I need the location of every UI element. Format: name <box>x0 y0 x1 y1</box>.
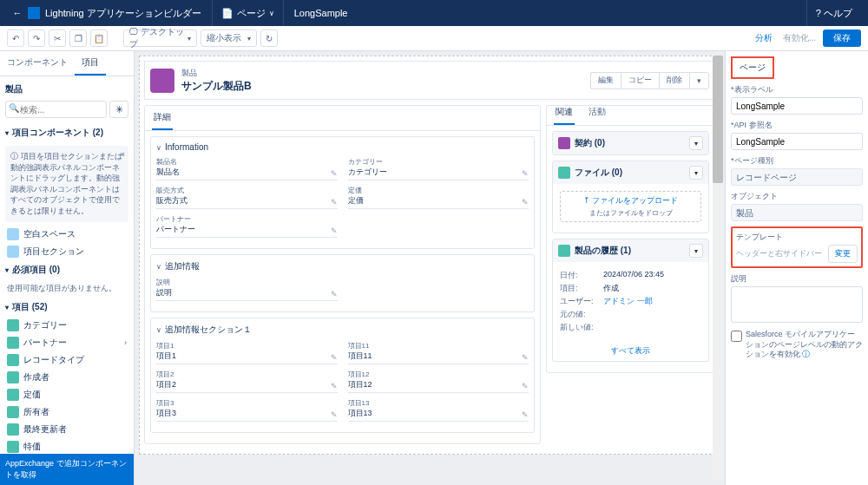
field[interactable]: 項目12項目12✎ <box>348 370 529 393</box>
info-icon[interactable]: ⓘ <box>802 350 810 358</box>
field-item[interactable]: パートナー› <box>5 334 128 351</box>
edit-icon[interactable]: ✎ <box>522 353 529 362</box>
field-icon <box>7 389 19 401</box>
field-section[interactable]: 追加情報説明説明✎ <box>150 254 535 312</box>
tab-detail[interactable]: 詳細 <box>152 106 173 130</box>
description-textarea[interactable] <box>731 286 863 323</box>
app-icon <box>28 7 40 19</box>
property-input[interactable] <box>731 97 863 115</box>
scrollbar[interactable] <box>713 56 723 481</box>
edit-icon[interactable]: ✎ <box>331 169 338 178</box>
help-link[interactable]: ? ヘルプ <box>806 0 861 26</box>
tab-activity[interactable]: 活動 <box>587 101 608 125</box>
field-item[interactable]: 作成者 <box>5 369 128 386</box>
field-section[interactable]: Information製品名製品名✎カテゴリーカテゴリー✎販売方式販売方式✎定価… <box>150 136 535 249</box>
section-required[interactable]: 必須項目 (0) <box>5 260 128 279</box>
back-button[interactable]: ← <box>7 8 28 18</box>
property-value: レコードページ <box>731 168 863 186</box>
field[interactable]: 項目2項目2✎ <box>156 370 338 393</box>
activate-button[interactable]: 有効化... <box>779 29 819 47</box>
edit-icon[interactable]: ✎ <box>522 198 529 206</box>
field-item[interactable]: 特価 <box>5 438 128 454</box>
field[interactable]: パートナーパートナー✎ <box>156 214 338 238</box>
canvas[interactable]: 製品 サンプル製品B 編集 コピー 削除 ▾ 詳細 Information <box>135 51 725 485</box>
edit-icon[interactable]: ✎ <box>522 382 529 390</box>
edit-icon[interactable]: ✎ <box>331 290 338 298</box>
paste-button[interactable]: 📋 <box>90 29 108 47</box>
page-name: LongSample <box>294 8 348 18</box>
search-input[interactable] <box>5 101 107 118</box>
detail-panel[interactable]: 詳細 Information製品名製品名✎カテゴリーカテゴリー✎販売方式販売方式… <box>144 105 541 444</box>
analyze-button[interactable]: 分析 <box>752 29 776 47</box>
related-list[interactable]: 製品の履歴 (1)▾ 日付:2024/07/06 23:45項目:作成ユーザー:… <box>552 239 709 362</box>
edit-icon[interactable]: ✎ <box>522 410 529 419</box>
field[interactable]: 項目1項目1✎ <box>156 341 338 364</box>
gear-icon[interactable]: ✳ <box>109 101 128 118</box>
edit-icon[interactable]: ✎ <box>331 410 338 419</box>
change-template-button[interactable]: 変更 <box>828 245 858 263</box>
field[interactable]: 項目11項目11✎ <box>348 341 529 364</box>
edit-icon[interactable]: ✎ <box>522 169 529 178</box>
edit-icon[interactable]: ✎ <box>331 382 338 390</box>
record-header[interactable]: 製品 サンプル製品B 編集 コピー 削除 ▾ <box>144 61 715 100</box>
related-panel[interactable]: 関連 活動 契約 (0)▾ ファイル (0)▾ ⤒ ファイルをアップロードまたは… <box>546 105 715 373</box>
page-tab[interactable]: ページ <box>731 56 774 79</box>
section-fields[interactable]: 項目 (52) <box>5 298 128 317</box>
property-value: 製品 <box>731 204 863 221</box>
delete-button[interactable]: 削除 <box>659 72 689 89</box>
component-item[interactable]: 項目セクション <box>5 243 128 260</box>
field[interactable]: 定価定価✎ <box>348 186 529 209</box>
appexchange-link[interactable]: AppExchange で追加コンポーネントを取得 <box>0 454 134 485</box>
info-icon: ⓘ <box>10 152 21 161</box>
field[interactable]: カテゴリーカテゴリー✎ <box>348 157 529 180</box>
field-section[interactable]: 追加情報セクション１項目1項目1✎項目11項目11✎項目2項目2✎項目12項目1… <box>150 318 535 433</box>
save-button[interactable]: 保存 <box>823 29 861 47</box>
more-actions[interactable]: ▾ <box>689 72 709 89</box>
record-type: 製品 <box>181 69 197 77</box>
edit-button[interactable]: 編集 <box>590 72 621 89</box>
tab-related[interactable]: 関連 <box>554 101 575 125</box>
file-upload[interactable]: ⤒ ファイルをアップロードまたはファイルをドロップ <box>560 191 701 222</box>
related-menu[interactable]: ▾ <box>689 244 703 258</box>
edit-icon[interactable]: ✎ <box>331 353 338 362</box>
redo-button[interactable]: ↷ <box>28 29 45 47</box>
related-list[interactable]: 契約 (0)▾ <box>552 131 709 155</box>
view-all-link[interactable]: すべて表示 <box>611 346 650 355</box>
clone-button[interactable]: コピー <box>621 72 659 89</box>
description-label: 説明 <box>731 273 863 285</box>
field-item[interactable]: カテゴリー <box>5 317 128 334</box>
field[interactable]: 説明説明✎ <box>156 278 338 301</box>
section-field-components[interactable]: 項目コンポーネント (2) <box>5 123 128 142</box>
zoom-select[interactable]: 縮小表示▾ <box>201 29 257 47</box>
copy-button[interactable]: ❐ <box>69 29 87 47</box>
edit-icon[interactable]: ✎ <box>331 198 338 206</box>
refresh-button[interactable]: ↻ <box>260 29 278 47</box>
field-item[interactable]: 定価 <box>5 386 128 403</box>
related-menu[interactable]: ▾ <box>689 166 703 180</box>
field-item[interactable]: レコードタイプ <box>5 351 128 369</box>
undo-button[interactable]: ↶ <box>7 29 24 47</box>
tab-components[interactable]: コンポーネント <box>0 51 75 75</box>
component-panel: コンポーネント 項目 製品 🔍 ✳ 項目コンポーネント (2) ⓘ 項目を項目セ… <box>0 51 135 485</box>
record-icon <box>150 69 174 93</box>
close-icon[interactable]: × <box>121 149 125 161</box>
no-fields-note: 使用可能な項目がありません。 <box>5 279 128 298</box>
field[interactable]: 項目3項目3✎ <box>156 398 338 422</box>
field[interactable]: 販売方式販売方式✎ <box>156 186 338 209</box>
property-input[interactable] <box>731 133 863 150</box>
field[interactable]: 製品名製品名✎ <box>156 157 338 180</box>
edit-icon[interactable]: ✎ <box>331 226 338 235</box>
template-label: テンプレート <box>736 232 858 243</box>
field-item[interactable]: 最終更新者 <box>5 421 128 438</box>
page-menu[interactable]: 📄ページ∨ <box>212 0 284 26</box>
mobile-actions-checkbox[interactable]: Salesforce モバイルアプリケーションのページレベルの動的アクションを有… <box>731 330 863 360</box>
component-item[interactable]: 空白スペース <box>5 226 128 243</box>
form-factor-select[interactable]: 🖵 デスクトップ▾ <box>123 29 197 47</box>
field-item[interactable]: 所有者 <box>5 403 128 421</box>
tab-fields[interactable]: 項目 <box>75 51 106 75</box>
related-menu[interactable]: ▾ <box>689 136 703 150</box>
related-list[interactable]: ファイル (0)▾ ⤒ ファイルをアップロードまたはファイルをドロップ <box>552 161 709 233</box>
template-field: テンプレート ヘッダーと右サイドバー 変更 <box>731 226 863 268</box>
cut-button[interactable]: ✂ <box>49 29 66 47</box>
field[interactable]: 項目13項目13✎ <box>348 398 529 422</box>
